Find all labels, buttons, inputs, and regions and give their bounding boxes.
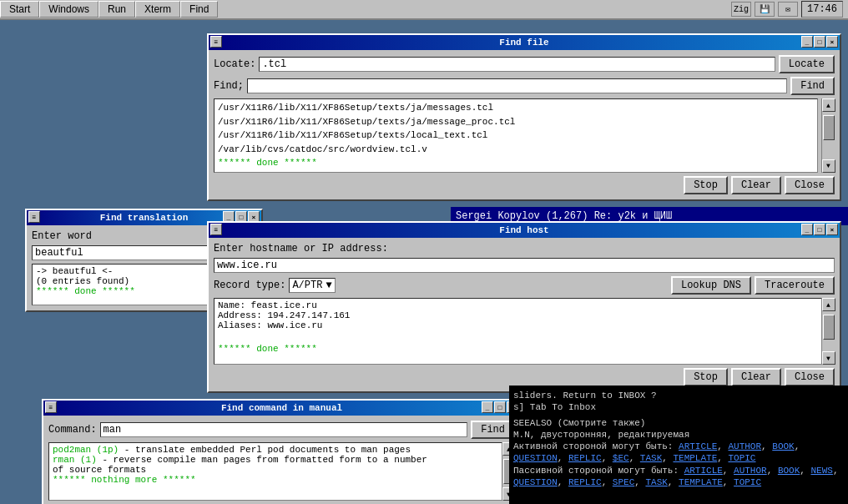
term-passive-label: Пассивной стороной могут быть: [513, 466, 684, 476]
term-link-author1[interactable]: AUTHOR [728, 441, 761, 451]
find-file-scrollbar[interactable]: ▲ ▼ [821, 98, 835, 173]
term-link-news2[interactable]: NEWS [810, 466, 832, 476]
ft-menu-icon[interactable]: ≡ [28, 211, 40, 223]
fh-scrollbar[interactable]: ▲ ▼ [821, 298, 835, 365]
fc-done: ****** nothing more ****** [53, 475, 499, 485]
fc-result-1: pod2man (1p) - translate embedded Perl p… [53, 445, 499, 455]
term-link-replic2[interactable]: REPLIC [568, 477, 602, 487]
find-file-menu-icon[interactable]: ≡ [210, 36, 222, 48]
term-link-template2[interactable]: TEMPLATE [679, 477, 723, 487]
fh-aliases: Aliases: www.ice.ru [218, 320, 819, 330]
fh-name-label: Name: [218, 300, 251, 310]
run-button[interactable]: Run [98, 1, 135, 18]
term-link-article1[interactable]: ARTICLE [679, 441, 717, 451]
close-button[interactable]: Close [785, 176, 835, 194]
fh-traceroute-btn[interactable]: Traceroute [755, 276, 835, 295]
fh-record-dropdown[interactable]: A/PTR ▼ [289, 278, 335, 293]
fh-menu-icon[interactable]: ≡ [210, 224, 222, 235]
term-link-topic2[interactable]: TOPIC [734, 477, 761, 487]
find-label: Find; [214, 80, 244, 92]
terminal-content: sliders. Return to INBOX ? s] Tab To Inb… [512, 388, 845, 490]
term-link-spec2[interactable]: SPEC [613, 477, 634, 487]
term-seealso: SEEALSO (Смотрите также) [513, 417, 844, 429]
fc-menu-icon[interactable]: ≡ [45, 401, 57, 413]
term-mn: M.N, двусторонняя, редактируемая [513, 429, 844, 441]
term-link-template1[interactable]: TEMPLATE [673, 453, 717, 463]
clear-button[interactable]: Clear [731, 176, 781, 194]
fh-controls: _ □ × [801, 224, 838, 235]
fh-body: Enter hostname or IP address: Record typ… [209, 238, 840, 391]
term-link-task2[interactable]: TASK [645, 477, 667, 487]
find-file-close[interactable]: × [826, 36, 838, 48]
fc-body: Command: Find pod2man (1p) - translate e… [43, 416, 520, 504]
windows-button[interactable]: Windows [39, 1, 98, 18]
term-link-spec1[interactable]: $EC [613, 453, 629, 463]
fh-record-row: Record type: A/PTR ▼ Lookup DNS Tracerou… [214, 276, 835, 295]
fh-dropdown-arrow[interactable]: ▼ [326, 280, 331, 291]
fh-scroll-up[interactable]: ▲ [822, 298, 835, 311]
fh-address-value: 194.247.147.161 [267, 310, 350, 320]
term-link-replic1[interactable]: REPLIC [568, 453, 602, 463]
fc-cmd-label: Command: [48, 424, 97, 436]
fc-minimize[interactable]: _ [482, 401, 493, 413]
menu-btn[interactable]: ≡ [210, 36, 222, 48]
term-link-book2[interactable]: BOOK [778, 466, 800, 476]
fh-host-input[interactable] [214, 258, 835, 273]
find-file-body: Locate: Locate Find; Find /usr/X11R6/lib… [209, 50, 840, 199]
fh-minimize[interactable]: _ [801, 224, 813, 235]
find-file-minimize[interactable]: _ [801, 36, 813, 48]
find-file-maximize[interactable]: □ [814, 36, 825, 48]
scroll-up[interactable]: ▲ [822, 98, 835, 112]
fh-scroll-down[interactable]: ▼ [822, 351, 835, 365]
term-link-question1[interactable]: QUESTION [513, 453, 558, 463]
term-link-question2[interactable]: QUESTION [513, 477, 558, 487]
find-file-buttons: Stop Clear Close [214, 176, 835, 194]
locate-button[interactable]: Locate [779, 55, 835, 73]
ft-menu-btn[interactable]: ≡ [28, 211, 40, 223]
fh-lookup-btn[interactable]: Lookup DNS [671, 276, 751, 295]
taskbar-right: Zig 💾 ✉ 17:46 [731, 1, 848, 18]
find-file-titlebar: ≡ Find file _ □ × [209, 35, 840, 50]
scroll-thumb[interactable] [823, 115, 835, 140]
fh-enter-row: Enter hostname or IP address: [214, 243, 835, 255]
find-file-window: ≡ Find file _ □ × Locate: Locate Find; F… [207, 33, 841, 201]
fh-clear-btn[interactable]: Clear [731, 368, 781, 386]
xterm-button[interactable]: Xterm [135, 1, 180, 18]
fc-maximize[interactable]: □ [494, 401, 506, 413]
find-input[interactable] [247, 78, 787, 93]
locate-row: Locate: Locate [214, 55, 835, 73]
start-button[interactable]: Start [0, 1, 39, 18]
term-active-label: Активной стороной могут быть: [513, 441, 679, 451]
fc-cmd-input[interactable] [100, 422, 468, 437]
find-button[interactable]: Find [180, 1, 218, 18]
fc-menu-btn[interactable]: ≡ [45, 401, 57, 413]
terminal-window: sliders. Return to INBOX ? s] Tab To Inb… [509, 386, 848, 504]
result-line-2: /usr/X11R6/lib/X11/XF86Setup/texts/ja/me… [218, 115, 802, 129]
find-button-ff[interactable]: Find [790, 77, 835, 95]
scroll-down[interactable]: ▼ [822, 159, 835, 173]
fh-close[interactable]: × [826, 224, 838, 235]
fh-address: Address: 194.247.147.161 [218, 310, 819, 320]
term-link-book1[interactable]: BOOK [772, 441, 794, 451]
ft-enter-label: Enter word [32, 230, 92, 242]
result-line-1: /usr/X11R6/lib/X11/XF86Setup/texts/ja/me… [218, 101, 802, 115]
clock: 17:46 [801, 1, 843, 18]
fh-name-value: feast.ice.ru [251, 300, 317, 310]
fh-enter-label: Enter hostname or IP address: [214, 243, 388, 255]
fh-stop-btn[interactable]: Stop [684, 368, 728, 386]
locate-input[interactable] [259, 57, 775, 72]
fh-close-btn[interactable]: Close [785, 368, 835, 386]
term-link-task1[interactable]: TASK [640, 453, 662, 463]
fh-scroll-thumb[interactable] [823, 315, 835, 340]
fc-result-2: rman (1) - reverse compile man pages fro… [53, 455, 499, 465]
term-link-author2[interactable]: AUTHOR [734, 466, 767, 476]
stop-button[interactable]: Stop [684, 176, 728, 194]
fh-buttons: Stop Clear Close [214, 368, 835, 386]
zip-icon: Zig [731, 2, 751, 17]
result-line-4: /var/lib/cvs/catdoc/src/wordview.tcl.v [218, 143, 802, 157]
fh-menu-btn[interactable]: ≡ [210, 224, 222, 235]
fh-done-spacer [218, 334, 819, 344]
term-link-topic1[interactable]: TOPIC [728, 453, 755, 463]
term-link-article2[interactable]: ARTICLE [684, 466, 723, 476]
fh-maximize[interactable]: □ [814, 224, 825, 235]
